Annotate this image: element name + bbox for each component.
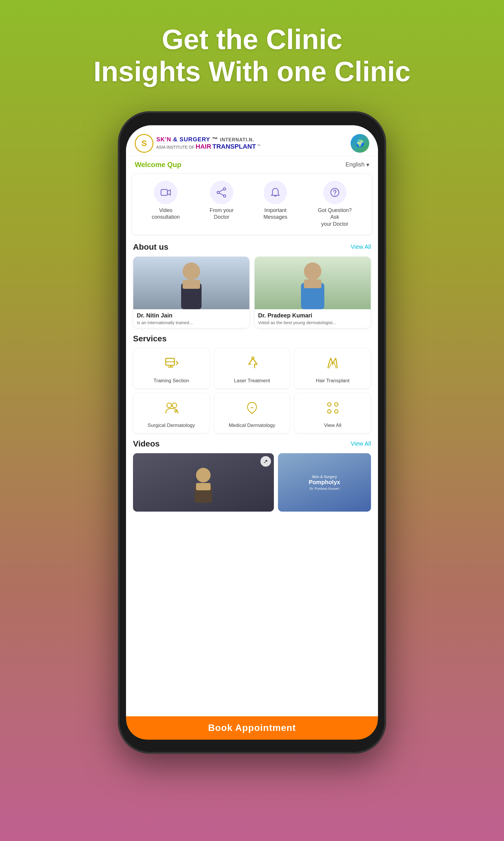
doctor-card-nitin[interactable]: Dr. Nitin Jain Is an internationally tra…	[133, 256, 250, 328]
service-laser[interactable]: Laser Treatment	[214, 348, 290, 389]
welcome-bar: Welcome Qup English ▾	[126, 156, 378, 173]
video-thumb-1[interactable]: ↗	[133, 453, 274, 512]
service-viewall-label: View All	[324, 423, 341, 428]
service-medical-label: Medical Dermatology	[229, 423, 275, 428]
svg-rect-10	[183, 280, 200, 289]
doctor-name-nitin: Dr. Nitin Jain	[137, 312, 246, 319]
quick-actions-panel: Videoconsultation From yourDoctor	[132, 173, 372, 235]
videos-header: Videos View All	[133, 439, 371, 448]
pompholyx-text: Pompholyx	[309, 479, 340, 485]
logo-asia: ASIA INSTITUTE OF	[156, 145, 195, 150]
logo-transplant: TRANSPLANT	[212, 143, 256, 150]
svg-point-2	[217, 191, 219, 194]
logo-intl: INTERNATI.N.	[220, 137, 254, 142]
services-section: Services	[126, 331, 378, 436]
svg-line-4	[219, 190, 223, 192]
logo-tm2: ™	[257, 144, 260, 148]
doctor-card-pradeep[interactable]: Dr. Pradeep Kumari Voted as the best you…	[254, 256, 371, 328]
service-hair[interactable]: Hair Transplant	[294, 348, 371, 389]
medical-icon	[244, 400, 260, 419]
doctor-desc-pradeep: Voted as the best young dermatologist...	[258, 320, 367, 325]
svg-point-8	[183, 262, 200, 280]
svg-rect-29	[196, 483, 211, 490]
logo-circle: S	[135, 134, 154, 153]
laser-icon	[244, 355, 260, 374]
service-hair-label: Hair Transplant	[316, 378, 349, 384]
language-selector[interactable]: English ▾	[345, 161, 369, 168]
headline-area: Get the Clinic Insights With one Clinic	[82, 0, 422, 105]
doctor-name-pradeep: Dr. Pradeep Kumari	[258, 312, 367, 319]
book-appointment-button[interactable]: Book Appointment	[126, 716, 378, 740]
logo-surgery: & SURGERY	[173, 136, 210, 142]
service-medical[interactable]: Medical Dermatology	[214, 393, 290, 433]
video-thumb-2[interactable]: Skin & Surgery Pompholyx Dr. Pradeep Kum…	[278, 453, 371, 512]
action-ask-doctor[interactable]: Got Question? Askyour Doctor	[317, 181, 352, 227]
logo-hair-text: HAIR	[196, 143, 212, 150]
svg-point-7	[334, 194, 335, 195]
logo-tm1: ™	[212, 136, 218, 142]
hair-icon	[325, 355, 341, 374]
logo-text-area: SK'N & SURGERY ™ INTERNATI.N. ASIA INSTI…	[156, 136, 260, 150]
svg-point-24	[335, 403, 338, 406]
doctor-info-nitin: Dr. Nitin Jain Is an internationally tra…	[133, 309, 249, 328]
doctor-avatar-male	[133, 257, 249, 309]
svg-point-1	[223, 188, 226, 190]
doctor-avatar-female	[255, 257, 371, 309]
services-title: Services	[133, 334, 166, 343]
header-logo: S SK'N & SURGERY ™ INTERNATI.N. ASIA INS…	[135, 134, 260, 153]
headline-line1: Get the Clinic	[162, 24, 342, 55]
svg-point-20	[172, 403, 177, 408]
language-label: English	[345, 161, 364, 168]
videos-section: Videos View All ↗	[126, 436, 378, 515]
video-icon	[154, 181, 177, 204]
service-training-label: Training Section	[154, 378, 189, 384]
about-title: About us	[133, 242, 168, 252]
about-section: About us View All	[126, 239, 378, 331]
svg-rect-13	[304, 279, 321, 288]
about-cards: Dr. Nitin Jain Is an internationally tra…	[133, 256, 371, 328]
doctor-info-pradeep: Dr. Pradeep Kumari Voted as the best you…	[255, 309, 371, 328]
svg-point-19	[167, 403, 172, 408]
pompholyx-label: Skin & Surgery Pompholyx Dr. Pradeep Kum…	[309, 475, 340, 490]
phone-screen: S SK'N & SURGERY ™ INTERNATI.N. ASIA INS…	[126, 125, 378, 740]
share-icon	[210, 181, 233, 204]
logo-bottom-line: ASIA INSTITUTE OF HAIR TRANSPLANT ™	[156, 143, 260, 150]
training-icon	[163, 355, 179, 374]
action-messages-label: ImportantMessages	[263, 207, 287, 221]
bell-icon	[264, 181, 287, 204]
logo-intl-text: INTERNATI.N.	[220, 137, 254, 142]
service-surgical-label: Surgical Dermatology	[148, 423, 195, 428]
action-ask-label: Got Question? Askyour Doctor	[317, 207, 352, 227]
service-surgical[interactable]: Surgical Dermatology	[133, 393, 210, 433]
service-viewall[interactable]: View All	[294, 393, 371, 433]
services-grid: Training Section Laser Tre	[133, 348, 371, 433]
scrollable-content: About us View All	[126, 239, 378, 740]
svg-rect-0	[161, 190, 167, 195]
action-video-label: Videoconsultation	[152, 207, 180, 221]
svg-point-23	[327, 403, 331, 406]
videos-title: Videos	[133, 439, 160, 448]
videos-view-all[interactable]: View All	[350, 440, 371, 447]
service-training[interactable]: Training Section	[133, 348, 210, 389]
headline-title: Get the Clinic Insights With one Clinic	[93, 23, 410, 88]
service-laser-label: Laser Treatment	[234, 378, 270, 384]
services-header: Services	[133, 334, 371, 343]
doctor-photo-nitin	[133, 257, 249, 309]
doctor-photo-pradeep	[255, 257, 371, 309]
action-messages[interactable]: ImportantMessages	[263, 181, 287, 227]
action-doctor-label: From yourDoctor	[210, 207, 234, 221]
chevron-down-icon: ▾	[366, 161, 369, 168]
svg-point-25	[327, 410, 331, 413]
question-icon	[323, 181, 346, 204]
headline-line2: Insights With one Clinic	[93, 56, 410, 87]
svg-point-11	[304, 262, 321, 280]
logo-top-line: SK'N & SURGERY ™ INTERNATI.N.	[156, 136, 260, 143]
about-view-all[interactable]: View All	[350, 243, 371, 250]
videos-row: ↗ Skin & Surgery Pompholyx Dr. Pradeep K…	[133, 453, 371, 512]
action-video-consultation[interactable]: Videoconsultation	[152, 181, 180, 227]
doctor-desc-nitin: Is an internationally trained...	[137, 320, 246, 325]
logo-hair: HAIR	[196, 143, 212, 150]
logo-surgery-text: & SURGERY	[173, 136, 210, 142]
action-from-doctor[interactable]: From yourDoctor	[210, 181, 234, 227]
share-icon-video1: ↗	[260, 456, 271, 467]
